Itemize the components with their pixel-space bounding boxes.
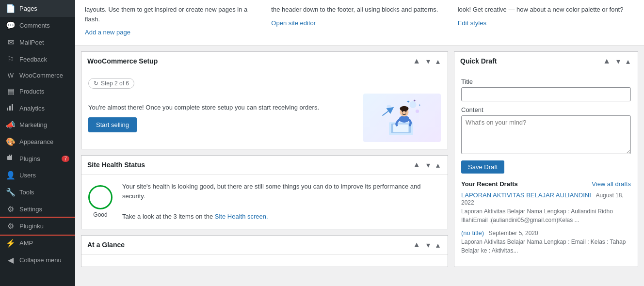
main-content: layouts. Use them to get inspired or cre… [75,0,644,286]
top-col-styles: look! Get creative — how about a new col… [458,5,634,37]
step-icon: ↻ [94,80,98,87]
at-a-glance-header: At a Glance ▲ ▾ ▴ [81,236,448,255]
sidebar-item-settings[interactable]: ⚙ Settings [0,201,75,218]
recent-drafts-header: Your Recent Drafts View all drafts [461,180,631,188]
sidebar-item-appearance[interactable]: 🎨 Appearance [0,133,75,150]
sidebar-label-pages: Pages [19,5,37,12]
site-health-collapse-down[interactable]: ▾ [424,159,432,171]
svg-text:✦: ✦ [413,98,416,102]
sidebar-item-products[interactable]: ▤ Products [0,83,75,100]
save-draft-button[interactable]: Save Draft [461,160,504,174]
draft-title-1[interactable]: (no title) [461,229,484,237]
at-a-glance-controls: ▲ ▾ ▴ [411,239,442,251]
sidebar-label-plugins: Plugins [19,155,40,162]
draft-excerpt-0: Laporan Aktivitas Belajar Nama Lengkap :… [461,207,631,224]
add-new-page-link[interactable]: Add a new page [85,28,261,37]
draft-item-0: LAPORAN AKTIVITAS BELAJAR AULIANDINI Aug… [461,191,631,224]
svg-text:✦: ✦ [419,103,421,106]
woocommerce-setup-controls: ▲ ▾ ▴ [411,56,442,67]
site-health-collapse-up[interactable]: ▲ [411,159,422,170]
svg-point-8 [387,105,391,109]
at-a-glance-hide[interactable]: ▴ [434,239,442,251]
sidebar-item-collapse[interactable]: ◀ Collapse menu [0,252,75,269]
top-col-pages: layouts. Use them to get inspired or cre… [85,5,261,37]
svg-point-15 [399,115,410,122]
sidebar-item-woocommerce[interactable]: W WooCommerce [0,68,75,83]
sidebar-label-comments: Comments [19,22,50,29]
sidebar-item-pages[interactable]: 📄 Pages [0,0,75,17]
site-health-hide[interactable]: ▴ [434,159,442,171]
draft-title-0[interactable]: LAPORAN AKTIVITAS BELAJAR AULIANDINI [461,191,591,199]
woo-setup-description: You're almost there! Once you complete s… [88,103,355,112]
collapse-icon: ◀ [6,255,16,265]
mailpoet-icon: ✉ [6,38,16,47]
sidebar-label-woocommerce: WooCommerce [19,72,63,79]
svg-rect-1 [9,106,11,111]
woocommerce-setup-collapse-down[interactable]: ▾ [424,56,432,67]
site-health-body: Good Your site's health is looking good,… [81,175,448,229]
sidebar-item-feedback[interactable]: ⚐ Feedback [0,51,75,68]
svg-point-7 [416,109,419,112]
top-cards-partial: layouts. Use them to get inspired or cre… [75,0,644,46]
sidebar-item-plugins[interactable]: Plugins 7 [0,150,75,167]
at-a-glance-collapse-up[interactable]: ▲ [411,239,422,250]
quick-draft-hide[interactable]: ▴ [624,56,632,67]
open-site-editor-link[interactable]: Open site editor [271,18,448,28]
view-all-drafts-link[interactable]: View all drafts [592,180,631,188]
dashboard-columns: WooCommerce Setup ▲ ▾ ▴ ↻ Step 2 of 6 Yo [75,51,644,273]
analytics-icon [6,104,16,112]
top-col-editor: the header down to the footer, all using… [271,5,448,37]
svg-text:✦: ✦ [406,99,410,104]
marketing-icon: 📣 [6,120,16,129]
sidebar-item-analytics[interactable]: Analytics [0,100,75,116]
sidebar-item-users[interactable]: 👤 Users [0,167,75,184]
sidebar-label-products: Products [19,88,44,95]
top-col-styles-text: look! Get creative — how about a new col… [458,6,624,13]
appearance-icon: 🎨 [6,137,16,146]
quick-draft-widget: Quick Draft ▲ ▾ ▴ Title Content Save Dra… [454,51,638,267]
sidebar-item-tools[interactable]: 🔧 Tools [0,184,75,201]
health-circle [88,185,113,209]
sidebar-label-analytics: Analytics [19,105,45,112]
svg-rect-4 [9,155,10,157]
at-a-glance-collapse-down[interactable]: ▾ [424,239,432,251]
woocommerce-setup-hide[interactable]: ▴ [434,56,442,67]
woo-illustration: ✦ ✦ ✦ [363,94,441,142]
woo-illustration-svg: ✦ ✦ ✦ [380,96,424,140]
start-selling-button[interactable]: Start selling [88,117,137,132]
health-items-text: Take a look at the 3 items on the [122,213,213,220]
sidebar-item-amp[interactable]: ⚡ AMP [0,235,75,252]
quick-draft-collapse-up[interactable]: ▲ [601,56,612,66]
sidebar-item-pluginku[interactable]: ⚙ Pluginku [0,218,75,235]
left-column: WooCommerce Setup ▲ ▾ ▴ ↻ Step 2 of 6 Yo [81,51,448,267]
tools-icon: 🔧 [6,188,16,197]
sidebar-item-mailpoet[interactable]: ✉ MailPoet [0,34,75,51]
draft-date-1: September 5, 2020 [489,230,538,237]
svg-rect-14 [393,124,409,132]
quick-draft-collapse-down[interactable]: ▾ [614,56,622,67]
draft-excerpt-1: Laporan Aktivitas Belajar Nama Lengkap :… [461,238,631,255]
draft-content-textarea[interactable] [461,115,631,154]
at-a-glance-widget: At a Glance ▲ ▾ ▴ [81,235,448,267]
site-health-link[interactable]: Site Health screen. [215,213,268,220]
sidebar-label-settings: Settings [19,206,42,213]
sidebar-label-amp: AMP [19,239,33,247]
svg-rect-2 [12,104,13,111]
sidebar-label-appearance: Appearance [19,138,53,145]
draft-title-input[interactable] [461,87,631,101]
pages-icon: 📄 [6,4,16,13]
amp-icon: ⚡ [6,238,16,248]
svg-point-17 [400,106,409,111]
health-icon-wrap: Good [88,185,113,218]
sidebar-item-marketing[interactable]: 📣 Marketing [0,116,75,133]
sidebar-label-feedback: Feedback [19,56,47,63]
health-description: Your site's health is looking good, but … [122,182,441,222]
step-badge: ↻ Step 2 of 6 [88,78,134,89]
woocommerce-setup-collapse-up[interactable]: ▲ [411,56,422,66]
sidebar-item-comments[interactable]: 💬 Comments [0,17,75,34]
woocommerce-setup-body: ↻ Step 2 of 6 You're almost there! Once … [81,71,448,149]
sidebar: 📄 Pages 💬 Comments ✉ MailPoet ⚐ Feedback… [0,0,75,286]
comments-icon: 💬 [6,21,16,30]
sidebar-label-mailpoet: MailPoet [19,39,44,46]
edit-styles-link[interactable]: Edit styles [458,18,634,28]
